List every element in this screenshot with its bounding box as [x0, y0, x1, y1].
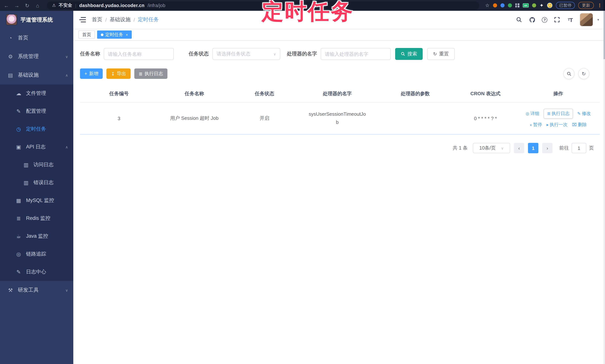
cell-cron: 0 * * * * ? * [454, 103, 517, 134]
sidebar-item-log-center[interactable]: ✎ 日志中心 [0, 263, 73, 281]
help-icon[interactable]: ? [542, 17, 548, 23]
execution-log-button[interactable]: ≣ 执行日志 [134, 68, 168, 79]
add-button-label: 新增 [89, 70, 98, 77]
cell-handler-param [376, 103, 454, 134]
screen: ← → ↻ ⌂ ⚠ 不安全 | dashboard.yudao.iocoder.… [0, 0, 605, 364]
add-button[interactable]: + 新增 [80, 68, 103, 79]
chevron-down-icon: ∨ [65, 54, 68, 59]
breadcrumb-home[interactable]: 首页 [92, 16, 102, 23]
breadcrumb-infrastructure[interactable]: 基础设施 [110, 16, 131, 23]
delete-link[interactable]: ⌧ 删除 [572, 122, 587, 128]
fullscreen-icon[interactable] [554, 16, 561, 23]
toggle-search-icon[interactable] [563, 68, 575, 79]
sidebar-item-label: 链路追踪 [26, 251, 68, 257]
sidebar-item-trace[interactable]: ◎ 链路追踪 [0, 245, 73, 263]
col-job-id: 任务编号 [80, 85, 158, 103]
page-size-select[interactable]: 10条/页 ∨ [473, 143, 510, 153]
table-row: 3 用户 Session 超时 Job 开启 sysUserSessionTim… [80, 103, 600, 134]
sidebar-item-access-logs[interactable]: ▥ 访问日志 [0, 156, 73, 174]
extension-icon[interactable] [500, 3, 504, 7]
app-title: 芋道管理系统 [20, 16, 53, 23]
job-name-input[interactable] [104, 48, 174, 60]
goto-page-input[interactable] [572, 143, 586, 153]
vpn-on-badge[interactable]: on [523, 3, 529, 7]
detail-link[interactable]: ◎ 详细 [526, 110, 539, 117]
col-handler-param: 处理器的参数 [376, 85, 454, 103]
pencil-icon: ✎ [577, 111, 581, 116]
sidebar-item-redis-monitor[interactable]: ≣ Redis 监控 [0, 209, 73, 227]
extensions-grid-icon[interactable] [515, 3, 519, 7]
bookmark-star-icon[interactable]: ☆ [485, 3, 489, 8]
sidebar-item-infrastructure[interactable]: ▤ 基础设施 ∧ [0, 66, 73, 84]
sidebar-item-label: 首页 [18, 35, 68, 41]
navbar-actions: ? TT ▾ [516, 13, 599, 26]
close-tag-icon[interactable]: × [126, 33, 128, 37]
pause-link[interactable]: × 暂停 [530, 122, 542, 128]
sidebar-item-config-management[interactable]: ✎ 配置管理 [0, 102, 73, 120]
edit-link[interactable]: ✎ 修改 [577, 110, 591, 117]
update-button[interactable]: 更新 [578, 2, 594, 9]
handler-name-input[interactable] [321, 48, 391, 60]
sidebar-item-error-logs[interactable]: ▥ 错误日志 [0, 174, 73, 192]
java-icon: ☕ [16, 233, 22, 239]
browser-back-icon[interactable]: ← [3, 2, 10, 8]
edit-link-label: 修改 [582, 110, 591, 117]
app-logo-row[interactable]: 芋道管理系统 [0, 11, 73, 29]
sidebar-item-label: MySQL 监控 [26, 197, 68, 204]
tags-view-bar: 首页 定时任务 × [73, 29, 605, 40]
log-icon: ▥ [23, 162, 29, 168]
cell-actions: ◎ 详细 ≣ 执行日志 ✎ [517, 103, 600, 134]
dashboard-icon: ◔ [7, 35, 13, 41]
sidebar-item-java-monitor[interactable]: ☕ Java 监控 [0, 227, 73, 245]
run-once-link[interactable]: ▸ 执行一次 [547, 122, 568, 128]
table-header-row: 任务编号 任务名称 任务状态 处理器的名字 处理器的参数 CRON 表达式 操作 [80, 85, 600, 103]
profile-emoji-avatar[interactable] [547, 3, 552, 8]
breadcrumb-current: 定时任务 [138, 16, 159, 23]
infrastructure-submenu: ☁ 文件管理 ✎ 配置管理 ◷ 定时任务 ▣ API 日志 ∧ ▥ [0, 84, 73, 281]
user-avatar[interactable] [580, 13, 593, 26]
sidebar-item-dev-tools[interactable]: ⚒ 研发工具 ∨ [0, 281, 73, 299]
extension-icon[interactable] [508, 3, 512, 7]
sidebar-item-scheduled-jobs[interactable]: ◷ 定时任务 [0, 120, 73, 138]
export-button[interactable]: ↧ 导出 [107, 68, 131, 79]
collapse-sidebar-icon[interactable] [79, 17, 86, 22]
reset-button[interactable]: ↻ 重置 [427, 48, 455, 60]
extension-icon[interactable] [493, 3, 497, 7]
browser-menu-icon[interactable]: ⋮ [597, 3, 602, 8]
log-icon: ▥ [23, 180, 29, 186]
paused-badge[interactable]: 已暂停 [556, 2, 575, 9]
sidebar-item-file-management[interactable]: ☁ 文件管理 [0, 84, 73, 102]
sidebar-item-mysql-monitor[interactable]: ▦ MySQL 监控 [0, 192, 73, 209]
tag-scheduled-jobs[interactable]: 定时任务 × [97, 30, 132, 39]
search-button[interactable]: 搜索 [395, 48, 423, 60]
job-status-select[interactable]: 请选择任务状态 ∨ [212, 48, 280, 60]
download-icon: ↧ [111, 71, 115, 77]
log-icon: ✎ [16, 269, 22, 275]
not-secure-warning-icon: ⚠ [52, 3, 56, 8]
github-icon[interactable] [529, 16, 536, 23]
sidebar-item-api-logs[interactable]: ▣ API 日志 ∧ [0, 138, 73, 156]
breadcrumb-separator: / [133, 17, 135, 23]
prev-page-button[interactable]: ‹ [514, 143, 524, 153]
tools-icon: ⚒ [7, 287, 13, 293]
browser-reload-icon[interactable]: ↻ [24, 2, 30, 8]
tag-home[interactable]: 首页 [79, 30, 95, 39]
page-1-button[interactable]: 1 [528, 143, 539, 153]
search-icon[interactable] [516, 16, 523, 23]
reset-button-label: 重置 [439, 51, 449, 57]
sidebar-item-home[interactable]: ◔ 首页 [0, 29, 73, 47]
refresh-table-icon[interactable]: ↻ [578, 68, 589, 79]
browser-home-icon[interactable]: ⌂ [34, 2, 41, 8]
browser-forward-icon[interactable]: → [13, 2, 20, 8]
active-tag-dot [101, 33, 104, 36]
not-secure-label[interactable]: 不安全 [59, 2, 72, 9]
job-log-link[interactable]: ≣ 执行日志 [544, 109, 573, 119]
user-menu-caret-icon[interactable]: ▾ [597, 18, 599, 22]
next-page-button[interactable]: › [542, 143, 552, 153]
extension-icon[interactable] [532, 3, 536, 7]
window-scrollbar[interactable] [604, 0, 605, 364]
font-size-icon[interactable]: TT [567, 16, 574, 23]
sidebar-item-label: 访问日志 [33, 161, 68, 168]
sidebar-item-system-management[interactable]: ⚙ 系统管理 ∨ [0, 47, 73, 66]
pin-extension-icon[interactable]: ✦ [539, 3, 544, 8]
